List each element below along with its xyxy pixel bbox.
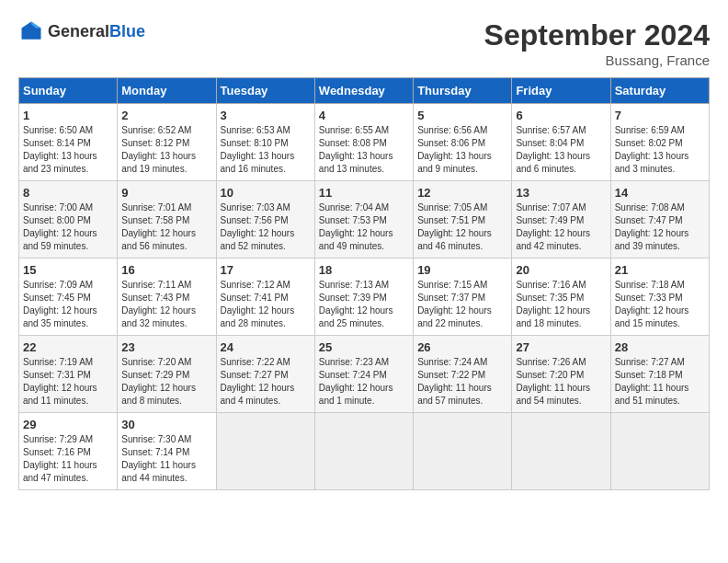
day-info: Sunrise: 6:57 AM Sunset: 8:04 PM Dayligh… <box>516 124 606 176</box>
day-number: 21 <box>615 263 705 277</box>
day-info: Sunrise: 7:08 AM Sunset: 7:47 PM Dayligh… <box>615 201 705 253</box>
day-number: 14 <box>615 186 705 200</box>
day-number: 13 <box>516 186 606 200</box>
day-info: Sunrise: 6:52 AM Sunset: 8:12 PM Dayligh… <box>121 124 211 176</box>
table-row: 13Sunrise: 7:07 AM Sunset: 7:49 PM Dayli… <box>512 181 610 259</box>
day-info: Sunrise: 7:09 AM Sunset: 7:45 PM Dayligh… <box>23 279 113 330</box>
calendar-table: Sunday Monday Tuesday Wednesday Thursday… <box>18 77 710 490</box>
day-number: 30 <box>121 418 211 431</box>
day-info: Sunrise: 7:03 AM Sunset: 7:56 PM Dayligh… <box>221 201 311 253</box>
table-row: 24Sunrise: 7:22 AM Sunset: 7:27 PM Dayli… <box>216 336 314 413</box>
title-block: September 2024 Bussang, France <box>484 18 710 68</box>
col-saturday: Saturday <box>610 78 709 104</box>
table-row: 14Sunrise: 7:08 AM Sunset: 7:47 PM Dayli… <box>610 181 709 259</box>
day-number: 19 <box>417 263 507 277</box>
table-row: 19Sunrise: 7:15 AM Sunset: 7:37 PM Dayli… <box>414 259 512 336</box>
day-number: 16 <box>121 263 211 277</box>
day-number: 17 <box>221 263 311 277</box>
day-number: 26 <box>417 340 507 354</box>
table-row <box>314 413 413 490</box>
day-number: 10 <box>221 186 311 200</box>
col-tuesday: Tuesday <box>216 78 314 104</box>
day-number: 8 <box>23 186 113 200</box>
col-friday: Friday <box>512 78 610 104</box>
day-number: 27 <box>516 340 606 354</box>
day-info: Sunrise: 7:00 AM Sunset: 8:00 PM Dayligh… <box>23 201 113 253</box>
day-info: Sunrise: 7:07 AM Sunset: 7:49 PM Dayligh… <box>516 201 606 253</box>
col-wednesday: Wednesday <box>314 78 413 104</box>
day-number: 1 <box>23 109 113 122</box>
day-number: 9 <box>121 186 211 200</box>
day-info: Sunrise: 7:05 AM Sunset: 7:51 PM Dayligh… <box>417 201 507 253</box>
day-info: Sunrise: 7:23 AM Sunset: 7:24 PM Dayligh… <box>319 356 409 408</box>
logo-general: General <box>48 22 109 40</box>
table-row: 5Sunrise: 6:56 AM Sunset: 8:06 PM Daylig… <box>414 104 512 181</box>
day-info: Sunrise: 7:01 AM Sunset: 7:58 PM Dayligh… <box>121 201 211 253</box>
table-row: 27Sunrise: 7:26 AM Sunset: 7:20 PM Dayli… <box>512 336 610 413</box>
table-row: 1Sunrise: 6:50 AM Sunset: 8:14 PM Daylig… <box>19 104 118 181</box>
calendar-week-2: 8Sunrise: 7:00 AM Sunset: 8:00 PM Daylig… <box>19 181 710 259</box>
col-sunday: Sunday <box>19 78 118 104</box>
table-row: 17Sunrise: 7:12 AM Sunset: 7:41 PM Dayli… <box>216 259 314 336</box>
day-number: 24 <box>221 340 311 354</box>
day-info: Sunrise: 7:13 AM Sunset: 7:39 PM Dayligh… <box>319 279 409 330</box>
table-row: 25Sunrise: 7:23 AM Sunset: 7:24 PM Dayli… <box>314 336 413 413</box>
day-number: 5 <box>417 109 507 122</box>
day-number: 7 <box>615 109 705 122</box>
day-number: 23 <box>121 340 211 354</box>
table-row: 7Sunrise: 6:59 AM Sunset: 8:02 PM Daylig… <box>610 104 709 181</box>
month-title: September 2024 <box>484 18 710 52</box>
day-info: Sunrise: 7:18 AM Sunset: 7:33 PM Dayligh… <box>615 279 705 330</box>
calendar-week-1: 1Sunrise: 6:50 AM Sunset: 8:14 PM Daylig… <box>19 104 710 181</box>
table-row: 16Sunrise: 7:11 AM Sunset: 7:43 PM Dayli… <box>118 259 216 336</box>
day-info: Sunrise: 6:55 AM Sunset: 8:08 PM Dayligh… <box>319 124 409 176</box>
col-thursday: Thursday <box>414 78 512 104</box>
day-info: Sunrise: 7:12 AM Sunset: 7:41 PM Dayligh… <box>221 279 311 330</box>
day-number: 12 <box>417 186 507 200</box>
table-row: 4Sunrise: 6:55 AM Sunset: 8:08 PM Daylig… <box>314 104 413 181</box>
table-row: 6Sunrise: 6:57 AM Sunset: 8:04 PM Daylig… <box>512 104 610 181</box>
day-info: Sunrise: 7:26 AM Sunset: 7:20 PM Dayligh… <box>516 356 606 408</box>
day-number: 4 <box>319 109 409 122</box>
day-number: 25 <box>319 340 409 354</box>
day-info: Sunrise: 7:30 AM Sunset: 7:14 PM Dayligh… <box>121 433 211 485</box>
day-info: Sunrise: 7:19 AM Sunset: 7:31 PM Dayligh… <box>23 356 113 408</box>
day-info: Sunrise: 6:56 AM Sunset: 8:06 PM Dayligh… <box>417 124 507 176</box>
day-info: Sunrise: 7:04 AM Sunset: 7:53 PM Dayligh… <box>319 201 409 253</box>
table-row: 21Sunrise: 7:18 AM Sunset: 7:33 PM Dayli… <box>610 259 709 336</box>
svg-marker-0 <box>22 22 41 40</box>
logo-blue: Blue <box>109 22 145 40</box>
calendar-week-5: 29Sunrise: 7:29 AM Sunset: 7:16 PM Dayli… <box>19 413 710 490</box>
table-row <box>512 413 610 490</box>
table-row: 20Sunrise: 7:16 AM Sunset: 7:35 PM Dayli… <box>512 259 610 336</box>
logo-text: GeneralBlue <box>48 22 145 41</box>
day-number: 3 <box>221 109 311 122</box>
day-number: 20 <box>516 263 606 277</box>
table-row: 23Sunrise: 7:20 AM Sunset: 7:29 PM Dayli… <box>118 336 216 413</box>
day-info: Sunrise: 7:11 AM Sunset: 7:43 PM Dayligh… <box>121 279 211 330</box>
table-row: 3Sunrise: 6:53 AM Sunset: 8:10 PM Daylig… <box>216 104 314 181</box>
table-row <box>216 413 314 490</box>
day-info: Sunrise: 7:15 AM Sunset: 7:37 PM Dayligh… <box>417 279 507 330</box>
table-row: 2Sunrise: 6:52 AM Sunset: 8:12 PM Daylig… <box>118 104 216 181</box>
day-info: Sunrise: 7:22 AM Sunset: 7:27 PM Dayligh… <box>221 356 311 408</box>
col-monday: Monday <box>118 78 216 104</box>
logo-icon <box>18 18 44 44</box>
table-row: 8Sunrise: 7:00 AM Sunset: 8:00 PM Daylig… <box>19 181 118 259</box>
day-info: Sunrise: 6:59 AM Sunset: 8:02 PM Dayligh… <box>615 124 705 176</box>
day-info: Sunrise: 6:50 AM Sunset: 8:14 PM Dayligh… <box>23 124 113 176</box>
day-number: 22 <box>23 340 113 354</box>
table-row: 9Sunrise: 7:01 AM Sunset: 7:58 PM Daylig… <box>118 181 216 259</box>
day-info: Sunrise: 7:27 AM Sunset: 7:18 PM Dayligh… <box>615 356 705 408</box>
table-row: 22Sunrise: 7:19 AM Sunset: 7:31 PM Dayli… <box>19 336 118 413</box>
day-info: Sunrise: 7:29 AM Sunset: 7:16 PM Dayligh… <box>23 433 113 485</box>
logo: GeneralBlue <box>18 18 145 44</box>
day-number: 29 <box>23 418 113 431</box>
day-number: 11 <box>319 186 409 200</box>
table-row <box>610 413 709 490</box>
location: Bussang, France <box>484 52 710 68</box>
calendar-week-4: 22Sunrise: 7:19 AM Sunset: 7:31 PM Dayli… <box>19 336 710 413</box>
table-row: 29Sunrise: 7:29 AM Sunset: 7:16 PM Dayli… <box>19 413 118 490</box>
table-row: 18Sunrise: 7:13 AM Sunset: 7:39 PM Dayli… <box>314 259 413 336</box>
table-row: 26Sunrise: 7:24 AM Sunset: 7:22 PM Dayli… <box>414 336 512 413</box>
